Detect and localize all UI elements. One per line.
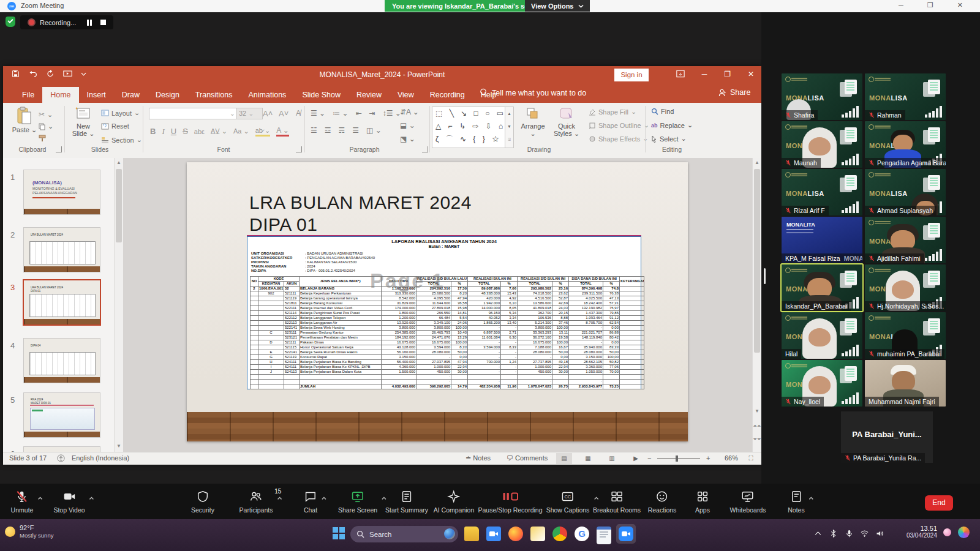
whiteboards-button[interactable]: Whiteboards (730, 489, 766, 514)
slideshow-view-button[interactable]: ▶ (628, 453, 644, 464)
participant-tile-hilal[interactable]: MONALISAHilal (782, 312, 862, 359)
participant-tile-shafira[interactable]: MONALISAShafira (782, 73, 862, 120)
quick-styles-button[interactable]: Quick Styles ⌄ (549, 107, 584, 138)
participant-tile-hj-norhidayah-s-sos-[interactable]: MONALISAHj.Norhidayah, S.Sos... (865, 264, 946, 311)
normal-view-button[interactable]: ▤ (556, 453, 572, 464)
unmute-button[interactable]: Unmute (11, 489, 34, 514)
tell-me-box[interactable]: Tell me what you want to do (480, 88, 586, 97)
previous-slide-icon[interactable]: ⏶⏶ (753, 421, 761, 430)
participant-tile-pengadilan-agama-bara-[interactable]: MONALISAPengadilan Agama Bara... (865, 121, 946, 168)
taskbar-app-meet[interactable] (486, 527, 501, 541)
slide-thumbnail-1[interactable]: 1(MONALISA)MONITORING & EVALUASIPELAKSAN… (3, 170, 123, 224)
tab-transitions[interactable]: Transitions (187, 87, 241, 103)
stop-recording-icon[interactable] (100, 20, 106, 25)
zoom-slider[interactable] (657, 458, 700, 459)
layout-button[interactable]: Layout ⌄ (101, 109, 140, 117)
copy-button[interactable]: ⌄ (39, 122, 53, 130)
clear-formatting-button[interactable]: A̸ (296, 109, 301, 118)
align-text-button[interactable]: ⬓ ⌄ (400, 121, 415, 130)
end-meeting-button[interactable]: End (925, 495, 953, 511)
slide-thumbnail-2[interactable]: 2LRA BULAN MARET 2024 (3, 228, 123, 282)
chat-button[interactable]: Chat (304, 489, 317, 514)
participant-tile-ajidillah-fahimi[interactable]: MONALISAAjidillah Fahimi (865, 217, 946, 263)
canvas-scroll-down-icon[interactable]: ▼ (753, 407, 761, 416)
arrange-button[interactable]: Arrange ⌄ (518, 107, 548, 138)
replace-button[interactable]: ab Replace ⌄ (651, 121, 693, 129)
ribbon-display-icon[interactable] (676, 70, 685, 78)
taskbar-app-google[interactable]: G (575, 527, 589, 541)
chevron-up-icon[interactable] (809, 492, 815, 503)
lra-report-table-object[interactable]: LAPORAN REALISASI ANGGARAN TAHUN 2024 Bu… (247, 236, 641, 389)
chevron-up-icon[interactable] (321, 492, 327, 503)
participant-tile-rizal-arif-f[interactable]: MONALISARizal Arif F (782, 169, 862, 216)
slide-thumbnail-3[interactable]: 3LRA BULAN MARET 2024DIPA 01 (3, 280, 123, 334)
font-color-button[interactable]: A ⌄ (276, 126, 289, 137)
start-button[interactable] (333, 527, 345, 539)
italic-button[interactable]: I (162, 127, 164, 137)
character-spacing-button[interactable]: A̲V̲ ⌄ (211, 127, 227, 135)
apps-button[interactable]: Apps (695, 489, 710, 514)
slide-thumbnail-4[interactable]: 4DIPA 04 (3, 339, 123, 392)
ai-companion-button[interactable]: AI Companion (434, 489, 475, 514)
participants-button[interactable]: 15Participants (239, 489, 273, 514)
align-left-button[interactable]: ☱ (311, 126, 317, 135)
taskbar-app-chrome[interactable] (552, 527, 567, 541)
tab-design[interactable]: Design (148, 87, 187, 103)
bullets-button[interactable]: ☰ ⌄ (311, 109, 325, 118)
close-button[interactable]: ✕ (748, 70, 754, 78)
notification-center-icon[interactable] (943, 528, 951, 536)
participant-tile-muhaimin-pa-barabai[interactable]: MONALISAmuhaimin PA_Barabai (865, 312, 946, 359)
fit-to-window-button[interactable]: ⛶ (743, 453, 759, 464)
shape-outline-button[interactable]: Shape Outline ⌄ (589, 121, 649, 129)
notes-toggle[interactable]: ≐ Notes (466, 454, 491, 462)
clipboard-dialog-launcher[interactable] (56, 146, 62, 152)
select-button[interactable]: Select ⌄ (651, 135, 687, 143)
notes-button[interactable]: Notes (788, 489, 804, 514)
slide[interactable]: LRA BULAN MARET 2024 DIPA 01 LAPORAN REA… (187, 162, 688, 441)
sign-in-button[interactable]: Sign in (614, 69, 649, 81)
scroll-down-icon[interactable]: ▼ (115, 441, 123, 451)
format-painter-button[interactable] (39, 135, 46, 142)
slide-title[interactable]: LRA BULAN MARET 2024 DIPA 01 (249, 192, 472, 236)
pause-stop-recording-button[interactable]: Pause/Stop Recording (478, 489, 542, 514)
zoom-in-button[interactable]: + (706, 454, 710, 462)
minimize-button[interactable]: ─ (702, 70, 707, 78)
thumbnail-scrollbar[interactable]: ▲ ▼ (114, 158, 123, 452)
align-center-button[interactable]: ☲ (325, 126, 331, 135)
participants-scrollbar[interactable] (764, 268, 766, 284)
highlight-color-button[interactable]: ab̷ ⌄ (255, 127, 271, 137)
slide-thumbnail-6[interactable]: 6RKA DIPA 04 (3, 447, 123, 452)
participant-tile-ahmad-supiansyah[interactable]: MONALISAAhmad Supiansyah (865, 169, 946, 216)
tab-home[interactable]: Home (42, 87, 78, 103)
shape-gallery[interactable]: ⬚ ╲ ↘ □ ○ ▭△ ⌐ ↳ ⇨ ⇩ ⌂ζ ⌒ ∿ { } ☆ (432, 107, 508, 148)
tray-mic-icon[interactable] (845, 529, 854, 541)
taskbar-app-notepad[interactable] (597, 527, 611, 544)
align-right-button[interactable]: ☴ (339, 126, 345, 135)
zoom-slider-handle[interactable] (676, 455, 678, 462)
justify-button[interactable]: ☰ (352, 126, 359, 135)
security-button[interactable]: Security (191, 489, 214, 514)
reset-button[interactable]: Reset (101, 122, 129, 130)
increase-indent-button[interactable]: ⇥ (369, 109, 375, 118)
zoom-level[interactable]: 66% (725, 454, 738, 462)
tab-animations[interactable]: Animations (241, 87, 295, 103)
tab-slide-show[interactable]: Slide Show (294, 87, 349, 103)
numbering-button[interactable]: ≔ ⌄ (333, 109, 348, 118)
canvas-scrollbar[interactable]: ▲ ▼ ⏶⏶ ⏷⏷ (752, 158, 761, 452)
tray-chevron-up-icon[interactable] (813, 529, 823, 541)
accessibility-icon[interactable] (57, 454, 65, 463)
copilot-icon[interactable] (958, 527, 970, 538)
bold-button[interactable]: B (150, 127, 156, 136)
tray-volume-icon[interactable] (875, 529, 884, 541)
participant-tile-muhammad-najmi-fajri[interactable]: Muhammad Najmi Fajri (865, 360, 946, 407)
text-shadow-button[interactable]: abε (194, 128, 205, 135)
font-dialog-launcher[interactable] (296, 146, 302, 152)
chevron-up-icon[interactable] (37, 492, 43, 503)
reactions-button[interactable]: Reactions (648, 489, 677, 514)
shape-gallery-scroll[interactable]: ▲▼⍗ (505, 107, 514, 148)
taskbar-app-firefox[interactable] (508, 527, 523, 541)
chevron-up-icon[interactable] (89, 492, 95, 503)
participant-tile-iskandar-pa-barabai[interactable]: MONALISAIskandar_PA_Barabai (782, 264, 862, 311)
view-options-button[interactable]: View Options (525, 0, 590, 12)
shape-effects-button[interactable]: Shape Effects ⌄ (589, 135, 649, 143)
